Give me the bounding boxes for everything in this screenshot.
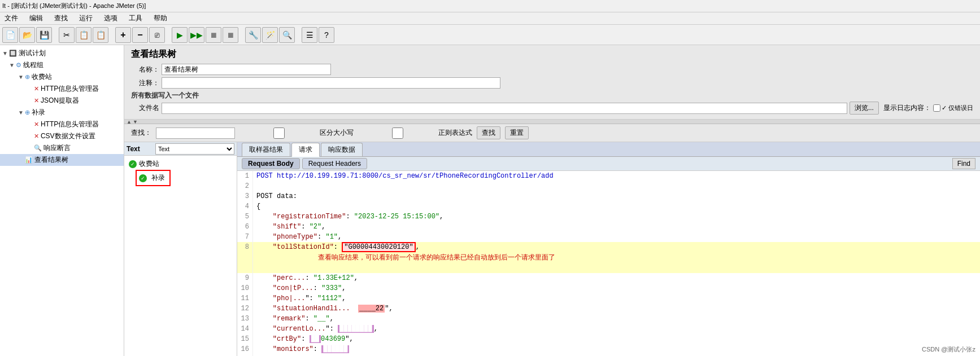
regex-checkbox[interactable]: [358, 128, 437, 139]
comment-row: 注释：: [131, 77, 973, 89]
tree-item-shoufei[interactable]: ▼ ⊕ 收费站: [0, 71, 124, 83]
search-button[interactable]: 查找: [477, 126, 500, 139]
cut-button[interactable]: ✂: [59, 27, 75, 43]
annotation-text: 查看响应结果，可以看到前一个请求的响应结果已经自动放到后一个请求里面了: [318, 253, 555, 261]
comment-input[interactable]: [162, 77, 500, 89]
info-button[interactable]: ?: [319, 27, 334, 43]
expand-icon: ▼: [18, 74, 24, 80]
left-tree-panel: ▼ 🔲 测试计划 ▼ ⚙ 线程组 ▼ ⊕ 收费站 ▼ ✕ HTTP信息头管理器 …: [0, 45, 124, 356]
menu-help[interactable]: 帮助: [151, 12, 169, 24]
main-tab-bar: 取样器结果 请求 响应数据: [237, 142, 980, 157]
name-row: 名称：: [131, 64, 973, 75]
code-line-5: 5 "registrationTime": "2023-12-25 15:15:…: [237, 212, 980, 222]
collapse-icon2: ▼: [133, 119, 138, 125]
text-panel-header: Text Text RegExp Tester CSS/JQuery Teste…: [124, 142, 237, 156]
line-num-1: 1: [237, 171, 253, 181]
search-input[interactable]: [156, 128, 235, 139]
node-shoufei[interactable]: ✓ 收费站: [127, 158, 234, 170]
view-tree-icon: 📊: [25, 156, 33, 164]
reset-button[interactable]: 重置: [505, 126, 529, 139]
run-all-button[interactable]: ▶▶: [189, 27, 204, 43]
toolbar: 📄 📂 💾 ✂ 📋 📋 + − ⎚ ▶ ▶▶ ⏹ ⏹ 🔧 🪄 🔍 ☰ ?: [0, 25, 980, 45]
run-button[interactable]: ▶: [172, 27, 188, 43]
err-only-checkbox[interactable]: [933, 104, 940, 112]
check-icon-shoufei: ✓: [129, 160, 137, 168]
remove-button[interactable]: −: [132, 27, 148, 43]
code-line-13: 13 "remark": "__",: [237, 314, 980, 324]
tree-item-http-mgr1[interactable]: ▼ ✕ HTTP信息头管理器: [0, 83, 124, 95]
clear-button[interactable]: ⎚: [149, 27, 165, 43]
tree-item-http-mgr2[interactable]: ▼ ✕ HTTP信息头管理器: [0, 118, 124, 130]
tree-item-csv[interactable]: ▼ ✕ CSV数据文件设置: [0, 130, 124, 142]
tree-label: 收费站: [32, 72, 52, 82]
assert-icon: 🔍: [34, 144, 42, 152]
add-button[interactable]: +: [115, 27, 131, 43]
node-label-bulu[interactable]: 补录: [149, 172, 167, 184]
text-panel-dropdown[interactable]: Text RegExp Tester CSS/JQuery Tester XPa…: [155, 143, 234, 155]
copy-button[interactable]: 📋: [76, 27, 92, 43]
case-sensitive-checkbox[interactable]: [239, 128, 319, 139]
tool2-button[interactable]: 🪄: [262, 27, 278, 43]
menu-select[interactable]: 选项: [102, 12, 120, 24]
menu-tools[interactable]: 工具: [127, 12, 145, 24]
line-content-6: "shift": "2",: [256, 222, 980, 232]
line-content-11: "pho|...": "1112",: [256, 293, 980, 304]
bulu-icon: ⊕: [25, 109, 30, 116]
tree-item-assert[interactable]: ▼ 🔍 响应断言: [0, 142, 124, 154]
tree-item-view-tree[interactable]: ▼ 📊 查看结果树: [0, 154, 124, 166]
sub-tab-request-body[interactable]: Request Body: [242, 158, 300, 169]
name-label: 名称：: [131, 65, 159, 74]
highlighted-bulu-box: ✓ 补录: [136, 170, 171, 186]
line-num-12: 12: [237, 304, 253, 314]
tool1-button[interactable]: 🔧: [245, 27, 261, 43]
file-row: 文件名 浏览... 显示日志内容： ✓ 仅错误日: [131, 102, 973, 115]
tree-item-json-extract[interactable]: ▼ ✕ JSON提取器: [0, 95, 124, 107]
name-input[interactable]: [162, 64, 331, 75]
tab-response-data[interactable]: 响应数据: [321, 143, 363, 156]
text-panel-label: Text: [127, 145, 155, 153]
text-panel-content: ✓ 收费站 ✓ 补录: [124, 156, 237, 356]
code-line-9: 9 "perc...: "1.33E+12",: [237, 273, 980, 283]
case-sensitive-label[interactable]: 区分大小写: [239, 128, 354, 139]
menu-run[interactable]: 运行: [77, 12, 95, 24]
line-num-7: 7: [237, 232, 253, 242]
line-content-2: [256, 181, 980, 191]
save-button[interactable]: 💾: [36, 27, 52, 43]
tab-sampler-result[interactable]: 取样器结果: [242, 143, 290, 156]
highlighted-value: "G00004430020120": [342, 242, 415, 252]
http-mgr2-icon: ✕: [34, 121, 39, 128]
line-content-10: "con|tP...: "333",: [256, 283, 980, 293]
tree-item-threadgroup[interactable]: ▼ ⚙ 线程组: [0, 59, 124, 71]
list-button[interactable]: ☰: [302, 27, 317, 43]
find-button[interactable]: Find: [952, 158, 975, 169]
new-button[interactable]: 📄: [2, 27, 18, 43]
code-line-8: 8 "tollStationId": "G00004430020120", 查看…: [237, 242, 980, 273]
line-num-4: 4: [237, 201, 253, 212]
code-line-2: 2: [237, 181, 980, 191]
menu-edit[interactable]: 编辑: [27, 12, 45, 24]
stop-all-button[interactable]: ⏹: [223, 27, 238, 43]
tree-item-plan[interactable]: ▼ 🔲 测试计划: [0, 47, 124, 59]
file-label: 文件名: [131, 103, 159, 113]
tree-label: 测试计划: [19, 49, 46, 58]
open-button[interactable]: 📂: [19, 27, 35, 43]
browse-button[interactable]: 浏览...: [850, 102, 879, 115]
sub-tab-request-headers[interactable]: Request Headers: [302, 158, 367, 169]
collapse-bar[interactable]: ▲ ▼: [124, 120, 980, 124]
paste-button[interactable]: 📋: [93, 27, 108, 43]
tree-label: 响应断言: [43, 143, 71, 153]
stop-button[interactable]: ⏹: [206, 27, 221, 43]
collapse-icon: ▲: [127, 119, 132, 125]
tree-label: JSON提取器: [41, 96, 79, 106]
tab-request[interactable]: 请求: [291, 143, 320, 157]
regex-label[interactable]: 正则表达式: [358, 128, 472, 139]
menu-file[interactable]: 文件: [2, 12, 20, 24]
menu-find[interactable]: 查找: [52, 12, 70, 24]
tree-label: 查看结果树: [34, 155, 68, 165]
search-button[interactable]: 🔍: [279, 27, 295, 43]
shoufei-icon: ⊕: [25, 73, 30, 81]
comment-label: 注释：: [131, 78, 159, 88]
file-input[interactable]: [162, 103, 847, 114]
tree-item-bulu[interactable]: ▼ ⊕ 补录: [0, 107, 124, 118]
line-content-5: "registrationTime": "2023-12-25 15:15:00…: [256, 212, 980, 222]
